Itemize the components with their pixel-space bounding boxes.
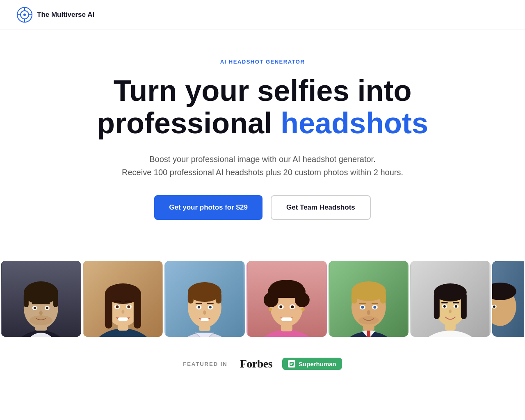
svg-rect-15 xyxy=(53,293,58,307)
headshot-7 xyxy=(492,261,524,337)
headline-part1: Turn your selfies into xyxy=(114,74,412,107)
photo-strip xyxy=(0,261,525,337)
superhuman-logo: Superhuman xyxy=(282,358,342,370)
svg-rect-107 xyxy=(290,362,294,366)
svg-point-36 xyxy=(121,310,124,314)
svg-rect-84 xyxy=(359,303,365,304)
headshot-4 xyxy=(247,261,327,337)
svg-rect-74 xyxy=(367,331,370,337)
svg-point-68 xyxy=(291,306,294,308)
svg-rect-37 xyxy=(118,317,128,321)
svg-point-86 xyxy=(367,310,370,315)
svg-point-97 xyxy=(443,305,446,308)
svg-rect-99 xyxy=(441,302,448,304)
cta-group: Get your photos for $29 Get Team Headsho… xyxy=(16,195,509,220)
svg-rect-108 xyxy=(290,363,293,364)
svg-point-83 xyxy=(373,306,376,309)
hero-headline: Turn your selfies into professional head… xyxy=(16,75,509,139)
svg-rect-49 xyxy=(196,303,202,304)
forbes-logo: Forbes xyxy=(240,357,272,370)
logo-icon xyxy=(16,7,33,23)
svg-point-18 xyxy=(34,307,36,309)
svg-rect-64 xyxy=(270,289,303,298)
brand-name: The Multiverse AI xyxy=(37,11,94,19)
svg-rect-14 xyxy=(24,293,29,307)
svg-point-19 xyxy=(46,307,48,309)
svg-rect-52 xyxy=(201,318,209,321)
svg-rect-93 xyxy=(434,292,440,319)
featured-section: FEATURED IN Forbes Superhuman xyxy=(0,337,525,391)
headshot-5 xyxy=(329,261,409,337)
headline-highlight: headshots xyxy=(281,107,428,139)
svg-point-67 xyxy=(279,306,282,308)
svg-point-82 xyxy=(361,306,364,309)
svg-point-101 xyxy=(449,310,452,313)
svg-rect-50 xyxy=(207,303,214,304)
svg-point-48 xyxy=(209,306,212,308)
svg-rect-109 xyxy=(290,364,292,365)
svg-point-47 xyxy=(198,306,200,308)
headshot-3 xyxy=(164,261,245,337)
get-photos-button[interactable]: Get your photos for $29 xyxy=(154,195,262,220)
hero-subtext: Boost your professional image with our A… xyxy=(16,153,509,179)
svg-point-22 xyxy=(39,310,43,315)
hero-badge: AI HEADSHOT GENERATOR xyxy=(16,59,509,65)
svg-point-23 xyxy=(30,315,52,325)
svg-rect-85 xyxy=(371,303,378,304)
svg-rect-21 xyxy=(44,303,50,304)
svg-rect-31 xyxy=(133,292,141,329)
featured-logos: Forbes Superhuman xyxy=(240,357,342,370)
get-team-headshots-button[interactable]: Get Team Headshots xyxy=(271,195,371,220)
svg-point-106 xyxy=(493,306,495,308)
svg-point-70 xyxy=(269,308,272,311)
svg-rect-44 xyxy=(216,292,221,304)
subline2: Receive 100 professional AI headshots pl… xyxy=(122,168,403,177)
headshot-2 xyxy=(83,261,163,337)
svg-point-35 xyxy=(127,306,130,308)
svg-rect-30 xyxy=(105,292,112,329)
svg-point-13 xyxy=(24,281,58,304)
svg-rect-94 xyxy=(461,292,467,319)
svg-rect-79 xyxy=(380,291,386,304)
superhuman-icon xyxy=(288,360,295,368)
subline1: Boost your professional image with our A… xyxy=(149,155,375,164)
headline-part2: professional xyxy=(97,107,281,139)
svg-point-51 xyxy=(203,310,206,315)
superhuman-text: Superhuman xyxy=(299,361,336,368)
headshot-6 xyxy=(410,261,491,337)
svg-point-71 xyxy=(301,308,305,311)
svg-point-87 xyxy=(358,316,379,324)
logo[interactable]: The Multiverse AI xyxy=(16,7,94,23)
svg-rect-100 xyxy=(453,302,459,304)
svg-rect-20 xyxy=(32,303,38,304)
headshot-1 xyxy=(1,261,81,337)
svg-rect-69 xyxy=(281,317,292,321)
hero-section: AI HEADSHOT GENERATOR Turn your selfies … xyxy=(0,30,525,261)
svg-rect-78 xyxy=(351,291,357,304)
svg-point-2 xyxy=(23,14,26,16)
svg-point-98 xyxy=(455,305,457,308)
navbar: The Multiverse AI xyxy=(0,0,525,30)
featured-label: FEATURED IN xyxy=(183,361,227,367)
svg-rect-43 xyxy=(188,292,194,304)
svg-point-34 xyxy=(116,306,119,308)
